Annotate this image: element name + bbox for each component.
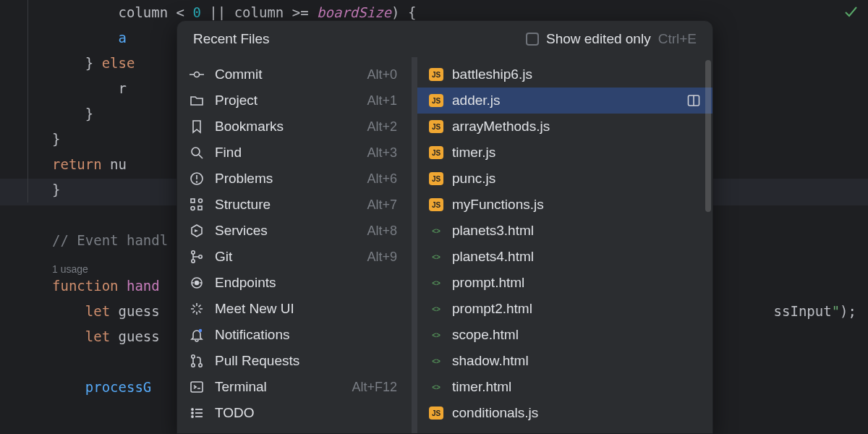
tool-label: Endpoints <box>215 275 276 291</box>
file-name: conditionals.js <box>452 405 538 421</box>
svg-point-16 <box>195 281 199 285</box>
tool-label: Services <box>215 223 268 239</box>
tool-item-pr[interactable]: Pull Requests <box>177 348 412 374</box>
tool-shortcut: Alt+0 <box>367 67 397 82</box>
tool-item-notif[interactable]: Notifications <box>177 322 412 348</box>
js-file-icon: JS <box>429 94 443 107</box>
tool-item-services[interactable]: ServicesAlt+8 <box>177 218 412 244</box>
tool-label: Commit <box>215 67 262 82</box>
file-item[interactable]: <>planets3.html <box>417 218 712 244</box>
file-item[interactable]: <>shadow.html <box>417 348 712 374</box>
tool-item-meetui[interactable]: Meet New UI <box>177 296 412 322</box>
tool-item-project[interactable]: ProjectAlt+1 <box>177 88 412 114</box>
html-file-icon: <> <box>429 224 443 237</box>
file-item[interactable]: <>timer.html <box>417 374 712 400</box>
tool-item-endpoints[interactable]: Endpoints <box>177 270 412 296</box>
html-file-icon: <> <box>429 276 443 289</box>
file-name: prompt.html <box>452 275 524 291</box>
tool-label: Pull Requests <box>215 353 299 369</box>
tool-item-git[interactable]: GitAlt+9 <box>177 244 412 270</box>
html-file-icon: <> <box>429 250 443 263</box>
svg-rect-11 <box>198 206 202 210</box>
html-file-icon: <> <box>429 380 443 393</box>
file-name: adder.js <box>452 93 501 109</box>
endpoints-icon <box>189 275 205 291</box>
fold-guide <box>27 0 28 203</box>
tool-item-bookmark[interactable]: BookmarksAlt+2 <box>177 114 412 140</box>
file-item[interactable]: JSadder.js <box>417 88 712 114</box>
tool-label: TODO <box>215 405 255 421</box>
split-icon[interactable] <box>686 93 701 108</box>
meetui-icon <box>189 301 205 317</box>
tool-window-list[interactable]: CommitAlt+0ProjectAlt+1BookmarksAlt+2Fin… <box>177 57 417 433</box>
popup-header: Recent Files Show edited only Ctrl+E <box>177 21 712 57</box>
tool-shortcut: Alt+F12 <box>352 380 397 395</box>
file-item[interactable]: <>prompt.html <box>417 270 712 296</box>
commit-icon <box>189 67 205 82</box>
tool-item-find[interactable]: FindAlt+3 <box>177 140 412 166</box>
tool-item-commit[interactable]: CommitAlt+0 <box>177 61 412 88</box>
tool-shortcut: Alt+3 <box>367 145 397 161</box>
file-item[interactable]: <>prompt2.html <box>417 296 712 322</box>
file-name: battleship6.js <box>452 67 532 82</box>
file-name: timer.js <box>452 145 495 161</box>
html-file-icon: <> <box>429 328 443 341</box>
svg-point-13 <box>192 260 195 263</box>
file-item[interactable]: JSarrayMethods.js <box>417 114 712 140</box>
tool-label: Project <box>215 93 258 109</box>
file-name: arrayMethods.js <box>452 119 550 135</box>
file-name: shadow.html <box>452 353 529 369</box>
file-name: prompt2.html <box>452 301 532 317</box>
popup-title: Recent Files <box>193 31 270 47</box>
tool-label: Meet New UI <box>215 301 294 317</box>
recent-files-list[interactable]: JSbattleship6.jsJSadder.jsJSarrayMethods… <box>417 57 712 433</box>
html-file-icon: <> <box>429 354 443 367</box>
file-name: timer.html <box>452 379 511 395</box>
bookmark-icon <box>189 119 205 135</box>
js-file-icon: JS <box>429 68 443 81</box>
svg-point-23 <box>192 412 193 414</box>
tool-shortcut: Alt+1 <box>367 93 397 109</box>
file-item[interactable]: JSconditionals.js <box>417 400 712 426</box>
svg-point-24 <box>192 416 193 417</box>
project-icon <box>189 93 205 109</box>
tool-label: Find <box>215 145 242 161</box>
file-item[interactable]: JSbattleship6.js <box>417 61 712 88</box>
svg-line-4 <box>199 155 203 158</box>
services-icon <box>189 223 205 239</box>
file-item[interactable]: <>scope.html <box>417 322 712 348</box>
file-name: planets3.html <box>452 223 534 239</box>
tool-shortcut: Alt+8 <box>367 224 397 239</box>
svg-point-3 <box>192 148 200 156</box>
show-edited-label[interactable]: Show edited only <box>546 31 651 47</box>
svg-point-17 <box>199 329 202 332</box>
recent-files-popup: Recent Files Show edited only Ctrl+E Com… <box>176 20 713 434</box>
tool-label: Git <box>215 249 232 265</box>
todo-icon <box>189 405 205 421</box>
svg-point-10 <box>191 207 195 210</box>
pr-icon <box>189 353 205 369</box>
tool-label: Bookmarks <box>215 119 284 135</box>
tool-label: Notifications <box>215 327 290 343</box>
notif-icon <box>189 327 205 343</box>
tool-item-todo[interactable]: TODO <box>177 400 412 426</box>
shortcut-hint: Ctrl+E <box>658 31 697 47</box>
file-name: planets4.html <box>452 249 534 265</box>
svg-point-18 <box>192 355 195 358</box>
svg-point-19 <box>192 364 195 367</box>
inspection-ok-icon[interactable] <box>843 4 858 19</box>
svg-point-12 <box>192 251 195 254</box>
svg-point-14 <box>199 255 202 258</box>
file-item[interactable]: JStimer.js <box>417 140 712 166</box>
js-file-icon: JS <box>429 407 443 420</box>
code-line: } <box>52 177 868 203</box>
svg-point-0 <box>195 72 200 77</box>
find-icon <box>189 145 205 161</box>
show-edited-checkbox[interactable] <box>526 33 539 46</box>
svg-point-20 <box>199 364 202 367</box>
file-name: scope.html <box>452 327 519 343</box>
tool-item-terminal[interactable]: TerminalAlt+F12 <box>177 374 412 400</box>
tool-label: Terminal <box>215 379 267 395</box>
js-file-icon: JS <box>429 146 443 159</box>
file-item[interactable]: <>planets4.html <box>417 244 712 270</box>
